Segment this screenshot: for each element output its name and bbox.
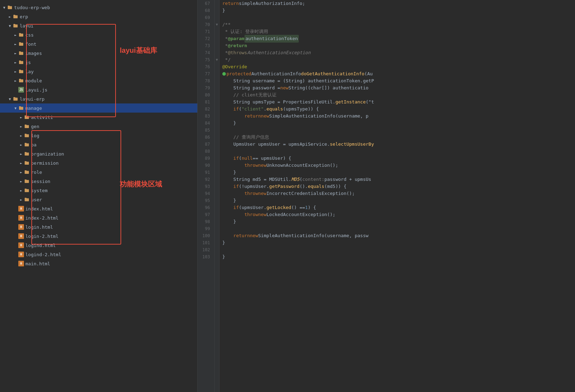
- tree-arrow[interactable]: [13, 78, 18, 83]
- fold-marker-75[interactable]: ▼: [215, 56, 219, 63]
- tree-item-login-html[interactable]: Hlogin.html: [0, 222, 197, 232]
- tree-item-manage[interactable]: manage: [0, 103, 197, 113]
- item-label: layui: [20, 23, 33, 29]
- tree-item-index-2-html[interactable]: Hindex-2.html: [0, 213, 197, 222]
- html-file-icon: H: [18, 261, 24, 266]
- tree-item-logind-html[interactable]: Hlogind.html: [0, 241, 197, 250]
- tree-item-role[interactable]: role: [0, 167, 197, 177]
- line-number-72: 72: [200, 35, 210, 42]
- code-line-90: throw new UnknownAccountException();: [222, 162, 572, 169]
- tree-arrow[interactable]: [1, 5, 7, 10]
- tree-item-layui-erp[interactable]: layui-erp: [0, 94, 197, 103]
- item-label: login-2.html: [25, 234, 58, 239]
- folder-icon: [13, 14, 18, 19]
- tree-item-js[interactable]: js: [0, 58, 197, 67]
- tree-arrow[interactable]: [18, 114, 24, 120]
- tree-arrow[interactable]: [13, 50, 18, 56]
- code-line-88: [222, 148, 572, 155]
- tree-item-lay[interactable]: lay: [0, 67, 197, 76]
- tree-item-gen[interactable]: gen: [0, 122, 197, 131]
- folder-icon: [18, 32, 24, 38]
- tree-arrow[interactable]: [13, 69, 18, 74]
- line-number-75: 75: [200, 56, 210, 63]
- line-number-94: 94: [200, 190, 210, 197]
- tree-item-font[interactable]: font: [0, 39, 197, 49]
- code-line-74: * @throws AuthenticationException: [222, 49, 572, 56]
- fold-marker-82: [215, 106, 219, 113]
- tree-arrow[interactable]: [7, 96, 13, 102]
- line-number-96: 96: [200, 204, 210, 211]
- tree-arrow[interactable]: [13, 59, 18, 65]
- tree-arrow[interactable]: [18, 124, 24, 129]
- code-editor[interactable]: 6768697071727374757677787980818283848586…: [198, 0, 575, 392]
- tree-arrow[interactable]: [13, 41, 18, 47]
- tree-arrow[interactable]: [18, 133, 24, 138]
- code-line-78: String username = (String) authenticatio…: [222, 77, 572, 84]
- code-content: 6768697071727374757677787980818283848586…: [198, 0, 575, 392]
- tree-item-oa[interactable]: oa: [0, 140, 197, 149]
- code-lines: return simpleAuthorizationInfo;}/** * 认证…: [220, 0, 575, 392]
- line-number-103: 103: [200, 253, 210, 260]
- item-label: module: [25, 78, 42, 83]
- line-number-80: 80: [200, 91, 210, 99]
- tree-arrow[interactable]: [18, 188, 24, 193]
- item-label: font: [25, 42, 36, 47]
- tree-arrow[interactable]: [13, 105, 18, 111]
- tree-arrow[interactable]: [18, 160, 24, 166]
- tree-item-css[interactable]: css: [0, 30, 197, 39]
- tree-arrow[interactable]: [18, 142, 24, 147]
- code-line-80: // client无密认证: [222, 91, 572, 99]
- tree-item-erp[interactable]: erp: [0, 12, 197, 21]
- tree-item-index-html[interactable]: Hindex.html: [0, 204, 197, 213]
- tree-item-user[interactable]: user: [0, 195, 197, 204]
- tree-item-main-html[interactable]: Hmain.html: [0, 259, 197, 268]
- tree-arrow[interactable]: [18, 178, 24, 184]
- tree-item-activiti[interactable]: activiti: [0, 113, 197, 122]
- fold-marker-93: [215, 183, 219, 190]
- code-line-69: [222, 14, 572, 21]
- code-line-89: if (null == upmsUser) {: [222, 155, 572, 162]
- tree-item-logind-2-html[interactable]: Hlogind-2.html: [0, 250, 197, 259]
- code-line-71: * 认证: 登录时调用: [222, 28, 572, 35]
- fold-marker-67: [215, 0, 219, 7]
- tree-item-layui[interactable]: layui: [0, 21, 197, 30]
- tree-item-permission[interactable]: permission: [0, 158, 197, 167]
- tree-item-login-2-html[interactable]: Hlogin-2.html: [0, 232, 197, 241]
- tree-arrow[interactable]: [18, 151, 24, 157]
- tree-item-tudou-erp-web[interactable]: tudou-erp-web: [0, 3, 197, 12]
- line-number-79: 79: [200, 84, 210, 91]
- folder-icon: [24, 197, 30, 202]
- tree-item-organization[interactable]: organization: [0, 149, 197, 158]
- tree-arrow[interactable]: [7, 23, 13, 29]
- html-file-icon: H: [18, 242, 24, 248]
- fold-marker-103: [215, 253, 219, 260]
- item-label: manage: [25, 106, 42, 111]
- tree-arrow[interactable]: [13, 32, 18, 38]
- tree-item-system[interactable]: system: [0, 186, 197, 195]
- item-label: oa: [31, 142, 37, 147]
- line-numbers: 6768697071727374757677787980818283848586…: [198, 0, 215, 392]
- tree-arrow[interactable]: [7, 14, 13, 19]
- fold-marker-88: [215, 148, 219, 155]
- fold-marker-101: [215, 239, 219, 246]
- code-line-70: /**: [222, 21, 572, 28]
- tree-item-module[interactable]: module: [0, 76, 197, 85]
- tree-arrow[interactable]: [18, 197, 24, 202]
- fold-marker-78: [215, 77, 219, 84]
- item-label: index.html: [25, 206, 53, 211]
- tree-item-session[interactable]: session: [0, 177, 197, 186]
- fold-marker-70[interactable]: ▼: [215, 21, 219, 28]
- item-label: erp: [20, 14, 28, 19]
- line-number-82: 82: [200, 106, 210, 113]
- tree-item-images[interactable]: images: [0, 49, 197, 58]
- folder-icon: [18, 105, 24, 111]
- breakpoint-dot[interactable]: [222, 72, 226, 76]
- tree-item-layui-js[interactable]: JSlayui.js: [0, 85, 197, 94]
- code-line-92: String md5 = MDSUtil.MD5( content: passw…: [222, 176, 572, 183]
- line-number-70: 70: [200, 21, 210, 28]
- code-line-91: }: [222, 169, 572, 176]
- tree-item-log[interactable]: log: [0, 131, 197, 140]
- tree-arrow[interactable]: [18, 169, 24, 175]
- folder-icon: [24, 151, 30, 157]
- code-line-83: return new SimpleAuthenticationInfo(user…: [222, 113, 572, 120]
